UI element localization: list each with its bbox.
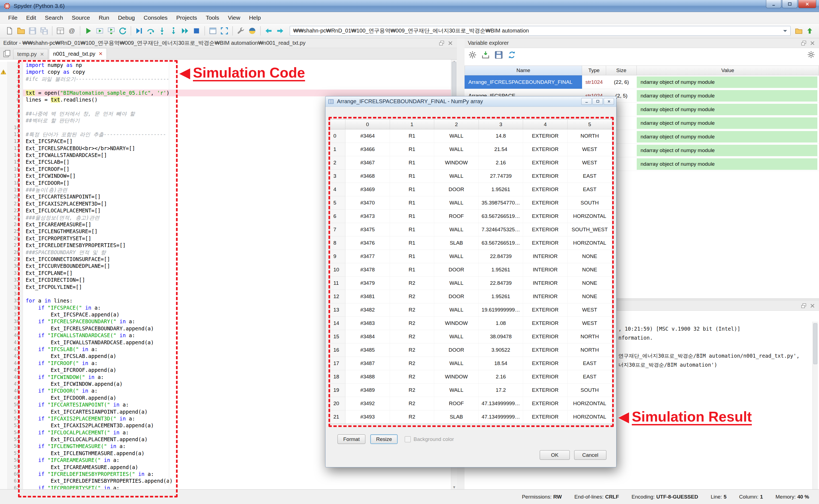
run-icon[interactable] (82, 25, 94, 37)
console-line: 너지30프로_박경순/BIM automation') (619, 360, 812, 369)
new-file-icon[interactable] (4, 25, 15, 37)
options-gear-icon[interactable] (468, 50, 477, 60)
menu-run[interactable]: Run (94, 13, 114, 23)
scrollbar-thumb[interactable] (813, 323, 817, 364)
menu-help[interactable]: Help (245, 13, 265, 23)
console-line (619, 342, 812, 351)
menu-view[interactable]: View (224, 13, 245, 23)
menu-edit[interactable]: Edit (22, 13, 40, 23)
close-tab-icon[interactable]: ✕ (99, 51, 103, 57)
variable-row[interactable]: Arrange_IFCRELSPACEBOUNDARY_FINALstr1024… (465, 75, 819, 89)
tools-icon[interactable] (235, 25, 247, 37)
status-column: Column:1 (739, 494, 763, 500)
run-cell-advance-icon[interactable] (105, 25, 117, 37)
browse-directory-icon[interactable] (793, 25, 804, 36)
toolbar-divider (52, 26, 52, 35)
svg-text:@: @ (69, 27, 75, 34)
menu-search[interactable]: Search (40, 13, 67, 23)
at-symbol-icon[interactable]: @ (66, 25, 78, 37)
rerun-icon[interactable] (117, 25, 128, 37)
menu-file[interactable]: File (4, 13, 22, 23)
minimize-button[interactable] (766, 0, 781, 8)
menu-projects[interactable]: Projects (172, 13, 201, 23)
tab-temp.py[interactable]: temp.py✕ (13, 49, 48, 59)
dialog-close-icon[interactable] (604, 98, 614, 105)
undock-pane-icon[interactable] (438, 40, 445, 46)
dialog-titlebar[interactable]: Arrange_IFCRELSPACEBOUNDARY_FINAL - NumP… (326, 96, 616, 107)
status-line: Line:5 (711, 494, 727, 500)
toolbar-divider (232, 26, 233, 35)
warning-icon (0, 69, 7, 75)
left-triangle-icon: ◀ (179, 65, 190, 81)
options-gear-icon[interactable] (807, 50, 815, 59)
checkbox-icon[interactable] (405, 436, 411, 442)
undock-pane-icon[interactable] (800, 303, 807, 309)
annotation-label-code: ◀Simulation Code (179, 64, 305, 81)
import-data-icon[interactable] (481, 50, 490, 60)
variable-table-header: Name Type Size Value (465, 66, 819, 75)
layout-icon[interactable] (55, 25, 66, 37)
resize-button[interactable]: Resize (370, 434, 398, 444)
menu-tools[interactable]: Tools (201, 13, 224, 23)
save-all-icon[interactable] (38, 25, 50, 37)
maximize-pane-icon[interactable] (207, 25, 219, 37)
refresh-icon[interactable] (507, 50, 516, 60)
cancel-button[interactable]: Cancel (574, 450, 606, 460)
python-path-icon[interactable] (247, 25, 258, 37)
window-title: Spyder (Python 3.6) (14, 3, 65, 9)
working-directory-combobox[interactable]: ₩₩shahn-pc₩RnD_01₩100_연구용역₩009_연구재단_에너지3… (290, 26, 791, 36)
status-encoding: Encoding:UTF-8-GUESSED (632, 494, 698, 500)
menu-consoles[interactable]: Consoles (139, 13, 172, 23)
dialog-maximize-icon[interactable] (592, 98, 603, 105)
run-cell-icon[interactable] (94, 25, 105, 37)
stop-icon[interactable] (191, 25, 202, 37)
open-folder-icon[interactable] (15, 25, 27, 37)
close-button[interactable] (798, 0, 816, 8)
save-data-icon[interactable] (494, 50, 503, 60)
maximize-button[interactable] (782, 0, 797, 8)
console-line: nformation. (619, 333, 812, 342)
step-into-icon[interactable] (156, 25, 168, 37)
close-pane-icon[interactable] (809, 40, 816, 46)
ok-button[interactable]: OK (540, 450, 570, 460)
toolbar-divider (260, 26, 261, 35)
fullscreen-icon[interactable] (219, 25, 230, 37)
column-header-type[interactable]: Type (582, 66, 606, 75)
browse-tabs-icon[interactable] (2, 49, 11, 58)
main-toolbar: @ ₩₩shahn-pc₩RnD_01₩100_연구용역₩009_연구재단_에너… (0, 23, 819, 38)
console-scrollbar[interactable] (812, 322, 818, 489)
toolbar-divider (80, 26, 80, 35)
undock-pane-icon[interactable] (800, 40, 807, 46)
variable-explorer-toolbar (468, 50, 516, 60)
tab-n001_read_txt.py[interactable]: n001_read_txt.py✕ (49, 48, 107, 59)
save-icon[interactable] (27, 25, 38, 37)
table-grid-icon (328, 98, 334, 105)
annotation-box-result (329, 117, 614, 427)
close-tab-icon[interactable]: ✕ (40, 51, 44, 57)
close-pane-icon[interactable] (809, 303, 816, 309)
column-header-size[interactable]: Size (606, 66, 637, 75)
forward-icon[interactable] (274, 25, 286, 37)
format-button[interactable]: Format (338, 434, 365, 444)
close-pane-icon[interactable] (447, 40, 454, 46)
dialog-title: Arrange_IFCRELSPACEBOUNDARY_FINAL - NumP… (337, 98, 580, 105)
debug-icon[interactable] (133, 25, 145, 37)
dialog-minimize-icon[interactable] (581, 98, 591, 105)
background-color-checkbox[interactable]: Background color (405, 436, 454, 442)
toolbar-divider (131, 26, 131, 35)
working-directory-path: ₩₩shahn-pc₩RnD_01₩100_연구용역₩009_연구재단_에너지3… (293, 27, 529, 34)
annotation-box-code (18, 60, 177, 497)
back-icon[interactable] (263, 25, 274, 37)
column-header-name[interactable]: Name (465, 66, 582, 75)
spyder-window: Spyder (Python 3.6) FileEditSearchSource… (0, 0, 819, 504)
continue-icon[interactable] (179, 25, 191, 37)
column-header-value[interactable]: Value (637, 66, 819, 75)
chevron-down-icon[interactable] (783, 30, 787, 34)
step-over-icon[interactable] (145, 25, 156, 37)
parent-directory-icon[interactable] (804, 25, 815, 36)
status-end-of-lines: End-of-lines:CRLF (574, 494, 619, 500)
step-return-icon[interactable] (168, 25, 179, 37)
menu-source[interactable]: Source (67, 13, 94, 23)
editor-pane-header: Editor - ₩₩shahn-pc₩RnD_01₩100_연구용역₩009_… (0, 38, 457, 48)
menu-debug[interactable]: Debug (114, 13, 139, 23)
